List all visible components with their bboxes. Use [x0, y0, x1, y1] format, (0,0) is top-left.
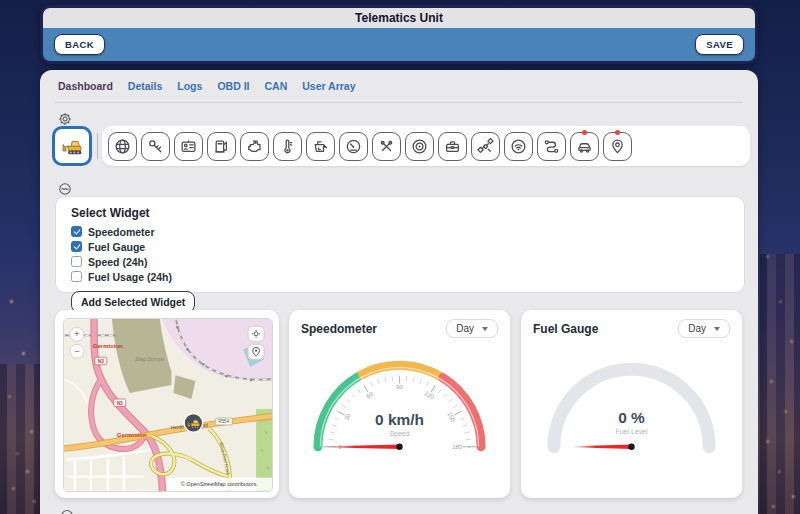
brake-disc-icon [411, 138, 428, 155]
thermometer-button[interactable] [273, 132, 302, 161]
app-header: Telematics Unit BACK SAVE [40, 5, 758, 64]
back-button[interactable]: BACK [54, 34, 105, 55]
tab-obd2[interactable]: OBD II [217, 80, 249, 92]
wifi-icon [510, 138, 527, 155]
oil-can-icon [312, 138, 329, 155]
fuel-gauge: 0 % Fuel Level [521, 344, 742, 462]
engine-icon [246, 138, 263, 155]
svg-text:N3: N3 [117, 401, 123, 406]
svg-text:−: − [74, 346, 79, 356]
toolbar: BACK SAVE [43, 28, 755, 61]
gauge-pivot [628, 444, 634, 450]
map-widget: Germiston N3 N3 Slag Dumps Germiston Hei… [55, 310, 279, 498]
oil-can-button[interactable] [306, 132, 335, 161]
map-r554-badge: R554 [215, 418, 232, 425]
main-panel: Dashboard Details Logs OBD II CAN User A… [40, 70, 758, 514]
map-n3-badge: N3 [95, 357, 107, 364]
background-photo-left [0, 364, 40, 514]
speedometer-title: Speedometer [301, 322, 377, 336]
checkbox-speedometer[interactable]: Speedometer [71, 224, 729, 239]
location-pin-button[interactable] [603, 132, 632, 161]
checkbox-checked[interactable] [71, 241, 82, 252]
svg-text:120: 120 [424, 390, 436, 401]
map-canvas[interactable]: Germiston N3 N3 Slag Dumps Germiston Hei… [63, 318, 273, 492]
checkbox-fuel-gauge[interactable]: Fuel Gauge [71, 239, 729, 254]
svg-text:N3: N3 [98, 359, 104, 364]
dump-truck-icon [61, 137, 83, 155]
speedometer-gauge: 0 30 60 90 120 150 180 [289, 344, 510, 462]
svg-text:90: 90 [396, 384, 403, 390]
satellite-button[interactable] [471, 132, 500, 161]
svg-text:30: 30 [343, 412, 352, 421]
select-widget-title: Select Widget [71, 206, 729, 220]
id-card-icon [180, 138, 197, 155]
fuel-label: Fuel Level [615, 428, 648, 435]
fuel-value: 0 % [618, 409, 645, 426]
checkbox-checked[interactable] [71, 226, 82, 237]
background-photo-right [760, 254, 800, 514]
vehicle-icon-strip [102, 126, 750, 166]
gauge-icon [345, 138, 362, 155]
gauge-needle [572, 445, 632, 449]
checkbox-unchecked[interactable] [71, 256, 82, 267]
speedometer-period-select[interactable]: Day [446, 319, 498, 338]
tab-logs[interactable]: Logs [177, 80, 202, 92]
svg-text:© OpenStreetMap contributors.: © OpenStreetMap contributors. [181, 481, 259, 487]
no-service-button[interactable] [372, 132, 401, 161]
fuel-gauge-period-select[interactable]: Day [678, 319, 730, 338]
vehicle-icon-bar [52, 126, 750, 166]
checkbox-fuel-usage-24h[interactable]: Fuel Usage (24h) [71, 269, 729, 284]
screen: Telematics Unit BACK SAVE Dashboard Deta… [0, 0, 800, 514]
brake-disc-button[interactable] [405, 132, 434, 161]
checkbox-unchecked[interactable] [71, 271, 82, 282]
divider [97, 133, 98, 159]
toolbox-icon [444, 138, 461, 155]
car-button[interactable] [570, 132, 599, 161]
map-zoom-out-button[interactable]: − [70, 344, 84, 358]
svg-text:60: 60 [365, 390, 374, 399]
key-icon [147, 138, 164, 155]
car-icon [576, 138, 593, 155]
map-zoom-in-button[interactable]: + [70, 327, 84, 341]
route-button[interactable] [537, 132, 566, 161]
map-settings-button[interactable] [248, 326, 264, 341]
map-vehicle-marker[interactable] [183, 413, 203, 433]
svg-text:R554: R554 [218, 419, 229, 424]
chevron-down-icon [714, 327, 720, 331]
speedometer-widget: Speedometer Day 0 30 [289, 310, 510, 498]
save-button[interactable]: SAVE [695, 34, 744, 55]
map-town-label: Germiston [93, 343, 123, 349]
gauge-pivot [396, 444, 402, 450]
globe-icon [114, 138, 131, 155]
id-card-button[interactable] [174, 132, 203, 161]
tab-details[interactable]: Details [128, 80, 162, 92]
fuel-pump-button[interactable] [207, 132, 236, 161]
checkbox-speed-24h[interactable]: Speed (24h) [71, 254, 729, 269]
tab-bar: Dashboard Details Logs OBD II CAN User A… [58, 80, 356, 92]
tab-user-array[interactable]: User Array [302, 80, 355, 92]
engine-button[interactable] [240, 132, 269, 161]
gear-icon [58, 112, 72, 126]
globe-button[interactable] [108, 132, 137, 161]
widget-gauge-icon [58, 182, 72, 196]
tab-can[interactable]: CAN [264, 80, 287, 92]
chevron-down-icon [482, 327, 488, 331]
notification-badge [582, 130, 587, 135]
satellite-icon [477, 138, 494, 155]
map-area-label: Slag Dumps [135, 356, 165, 362]
location-pin-icon [609, 138, 626, 155]
key-button[interactable] [141, 132, 170, 161]
toolbox-button[interactable] [438, 132, 467, 161]
speed-value: 0 km/h [375, 411, 424, 428]
selected-vehicle-button-dump-truck[interactable] [52, 126, 92, 166]
route-icon [543, 138, 560, 155]
tab-dashboard[interactable]: Dashboard [58, 80, 113, 92]
map-town-label-2: Germiston [117, 432, 147, 438]
gauge-button[interactable] [339, 132, 368, 161]
map-locate-button[interactable] [248, 344, 264, 359]
collapsed-section-icon [60, 507, 74, 514]
fuel-pump-icon [213, 138, 230, 155]
app-title: Telematics Unit [43, 8, 755, 28]
wifi-button[interactable] [504, 132, 533, 161]
thermometer-icon [279, 138, 296, 155]
